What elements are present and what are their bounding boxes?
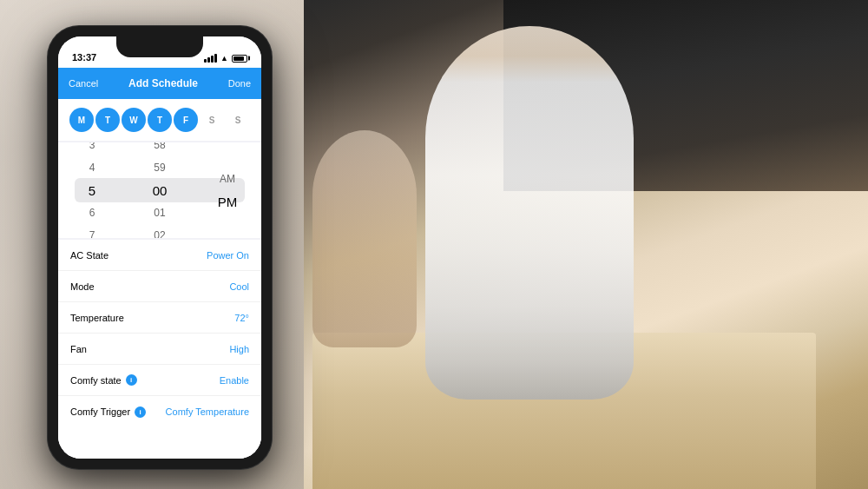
screen-content: M T W T F S S 3 4 5 6 7 [58,99,261,459]
setting-temperature[interactable]: Temperature 72° [58,302,261,334]
day-picker: M T W T F S S [58,99,261,141]
background-man-figure [425,26,634,400]
temperature-value: 72° [234,313,249,323]
setting-ac-state[interactable]: AC State Power On [58,240,261,271]
day-friday[interactable]: F [174,108,198,132]
period-pm: PM [194,190,261,213]
ac-state-value: Power On [207,250,249,261]
minute-item: 01 [126,202,194,224]
mode-label-text: Mode [70,281,95,292]
phone-body: 13:37 ▲ Cancel Add Schedu [48,26,272,469]
period-spacer [194,213,261,238]
status-time: 13:37 [72,52,96,63]
ac-state-label: AC State [70,250,108,261]
period-spacer [194,142,261,168]
fan-label: Fan [70,344,87,354]
comfy-state-label-text: Comfy state [70,375,122,386]
day-thursday[interactable]: T [148,108,172,132]
ac-state-label-text: AC State [70,250,108,261]
day-monday[interactable]: M [69,108,94,132]
hour-selected: 5 [58,179,126,202]
comfy-trigger-value: Comfy Temperature [166,406,249,417]
phone-screen: 13:37 ▲ Cancel Add Schedu [58,36,261,459]
temperature-label-text: Temperature [70,313,124,323]
navigation-bar: Cancel Add Schedule Done [58,68,261,99]
day-tuesday[interactable]: T [95,108,120,132]
time-picker[interactable]: 3 4 5 6 7 58 59 00 01 02 [58,142,261,238]
wifi-icon: ▲ [220,54,228,63]
mode-value: Cool [229,281,249,292]
day-sunday[interactable]: S [226,108,250,132]
setting-comfy-state[interactable]: Comfy state i Enable [58,365,261,396]
minute-selected: 00 [126,179,194,202]
hours-column: 3 4 5 6 7 [58,142,126,238]
setting-mode[interactable]: Mode Cool [58,271,261,302]
background-woman-figure [312,130,417,347]
minute-item: 02 [126,224,194,238]
nav-title: Add Schedule [128,77,198,89]
comfy-state-info-icon[interactable]: i [126,374,137,386]
hour-item: 7 [58,224,126,238]
minute-item: 58 [126,142,194,156]
signal-icon [204,54,217,63]
status-icons: ▲ [204,54,247,63]
phone-notch [116,36,203,57]
hour-item: 4 [58,156,126,179]
fan-value: High [229,344,249,354]
setting-fan[interactable]: Fan High [58,334,261,365]
comfy-trigger-label: Comfy Trigger i [70,406,146,418]
minute-item: 59 [126,156,194,179]
period-column: AM PM [194,142,261,238]
hour-item: 6 [58,202,126,224]
minutes-column: 58 59 00 01 02 [126,142,194,238]
comfy-state-value: Enable [220,375,249,386]
done-button[interactable]: Done [228,78,251,89]
period-am: AM [194,168,261,190]
battery-icon [232,55,247,63]
temperature-label: Temperature [70,313,124,323]
mode-label: Mode [70,281,95,292]
cancel-button[interactable]: Cancel [69,78,98,89]
comfy-trigger-label-text: Comfy Trigger [70,406,130,417]
setting-comfy-trigger[interactable]: Comfy Trigger i Comfy Temperature [58,396,261,427]
phone-device: 13:37 ▲ Cancel Add Schedu [48,26,272,469]
day-wednesday[interactable]: W [122,108,146,132]
hour-item: 3 [58,142,126,156]
settings-section: AC State Power On Mode Cool Temperature [58,240,261,459]
comfy-trigger-info-icon[interactable]: i [135,406,146,418]
comfy-state-label: Comfy state i [70,374,137,386]
fan-label-text: Fan [70,344,87,354]
day-saturday[interactable]: S [200,108,224,132]
